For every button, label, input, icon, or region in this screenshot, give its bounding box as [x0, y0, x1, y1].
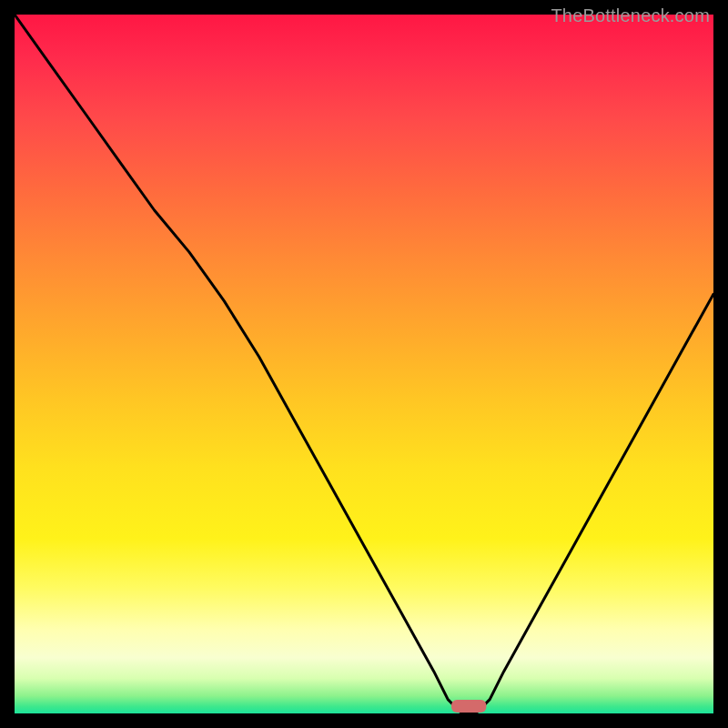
- optimal-marker: [451, 700, 486, 713]
- chart-plot-area: [15, 15, 713, 713]
- bottleneck-chart: [15, 15, 713, 713]
- chart-container: [15, 15, 713, 713]
- watermark-text: TheBottleneck.com: [551, 5, 710, 26]
- chart-background-gradient: [15, 15, 713, 713]
